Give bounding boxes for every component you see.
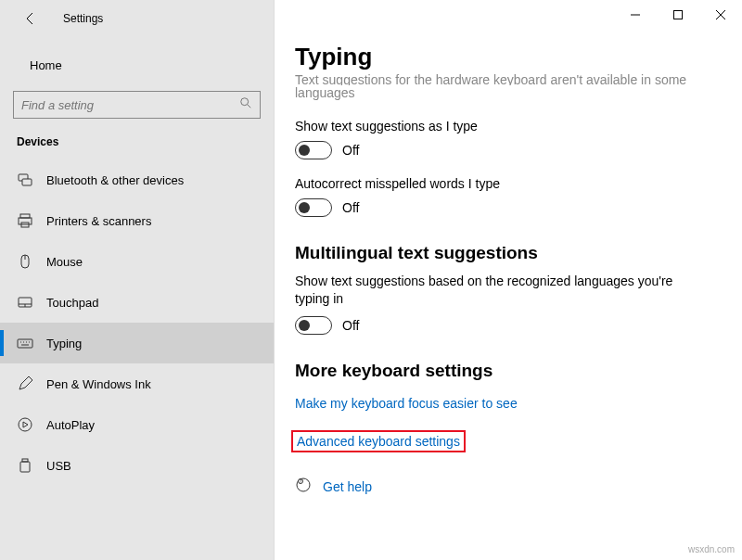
svg-rect-12	[18, 339, 32, 348]
window-controls	[614, 0, 742, 30]
usb-icon	[17, 457, 33, 474]
nav-bluetooth[interactable]: Bluetooth & other devices	[0, 159, 274, 200]
nav-label: Printers & scanners	[46, 214, 151, 228]
svg-rect-22	[674, 11, 683, 19]
toggle-switch[interactable]	[295, 198, 332, 217]
multilingual-heading: Multilingual text suggestions	[295, 243, 723, 263]
keyboard-icon	[17, 335, 33, 351]
toggle-row: Off	[295, 141, 723, 159]
sidebar: Settings Home Devices Bluetooth & other …	[0, 0, 275, 560]
link-advanced-keyboard[interactable]: Advanced keyboard settings	[291, 430, 466, 452]
content-pane: Typing Text suggestions for the hardware…	[275, 0, 742, 560]
mouse-icon	[17, 253, 33, 270]
svg-point-18	[19, 418, 32, 431]
toggle-switch[interactable]	[295, 316, 332, 335]
toggle-row: Off	[295, 198, 723, 217]
close-icon	[716, 10, 725, 19]
search-box[interactable]	[13, 91, 261, 119]
svg-rect-5	[19, 218, 32, 224]
svg-rect-20	[20, 462, 30, 472]
nav-label: Bluetooth & other devices	[46, 173, 184, 187]
svg-line-1	[248, 105, 251, 108]
arrow-left-icon	[23, 11, 38, 26]
toggle-switch[interactable]	[295, 141, 332, 159]
search-input[interactable]	[21, 98, 239, 112]
content-inner: Typing Text suggestions for the hardware…	[275, 0, 742, 497]
nav-typing[interactable]: Typing	[0, 323, 274, 363]
nav-usb[interactable]: USB	[0, 445, 274, 486]
minimize-icon	[631, 10, 640, 19]
maximize-icon	[673, 10, 683, 19]
setting-autocorrect: Autocorrect misspelled words I type Off	[295, 176, 723, 217]
nav-printers[interactable]: Printers & scanners	[0, 200, 274, 241]
setting-text-suggestions: Show text suggestions as I type Off	[295, 119, 723, 159]
nav-list: Bluetooth & other devices Printers & sca…	[0, 159, 274, 560]
toggle-state: Off	[342, 318, 359, 333]
bluetooth-icon	[17, 172, 33, 188]
home-label: Home	[30, 58, 62, 72]
nav-label: Touchpad	[46, 296, 98, 310]
nav-label: USB	[46, 459, 71, 473]
nav-pen[interactable]: Pen & Windows Ink	[0, 363, 274, 404]
toggle-state: Off	[342, 143, 359, 158]
nav-autoplay[interactable]: AutoPlay	[0, 404, 274, 445]
get-help-row[interactable]: ? Get help	[295, 477, 723, 497]
setting-label: Show text suggestions as I type	[295, 119, 723, 134]
nav-mouse[interactable]: Mouse	[0, 241, 274, 282]
sidebar-section-header: Devices	[0, 132, 274, 159]
nav-label: AutoPlay	[46, 418, 95, 432]
autoplay-icon	[17, 416, 33, 433]
setting-label: Autocorrect misspelled words I type	[295, 176, 723, 191]
page-title: Typing	[295, 43, 723, 71]
link-get-help[interactable]: Get help	[323, 479, 372, 494]
touchpad-icon	[17, 294, 33, 311]
search-container	[0, 83, 274, 132]
truncated-description: Text suggestions for the hardware keyboa…	[295, 72, 723, 101]
more-keyboard-heading: More keyboard settings	[295, 361, 723, 381]
svg-text:?: ?	[300, 478, 302, 484]
back-button[interactable]	[17, 5, 45, 32]
minimize-button[interactable]	[614, 0, 657, 30]
watermark: wsxdn.com	[688, 544, 735, 554]
settings-window: Settings Home Devices Bluetooth & other …	[0, 0, 742, 560]
nav-label: Typing	[46, 337, 82, 350]
pen-icon	[17, 375, 33, 392]
sidebar-home[interactable]: Home	[0, 46, 274, 83]
titlebar: Settings	[0, 0, 274, 37]
printer-icon	[17, 212, 33, 229]
svg-point-0	[241, 98, 249, 106]
multilingual-description: Show text suggestions based on the recog…	[295, 273, 703, 309]
svg-rect-3	[22, 179, 32, 185]
link-keyboard-focus[interactable]: Make my keyboard focus easier to see	[295, 396, 518, 411]
app-title: Settings	[63, 12, 103, 25]
nav-touchpad[interactable]: Touchpad	[0, 282, 274, 323]
nav-label: Mouse	[46, 255, 83, 269]
close-button[interactable]	[699, 0, 742, 30]
svg-rect-4	[20, 214, 30, 218]
help-icon: ?	[295, 477, 312, 497]
search-icon	[239, 96, 252, 113]
toggle-row: Off	[295, 316, 723, 335]
nav-label: Pen & Windows Ink	[46, 377, 151, 391]
toggle-state: Off	[342, 200, 359, 215]
maximize-button[interactable]	[657, 0, 699, 30]
